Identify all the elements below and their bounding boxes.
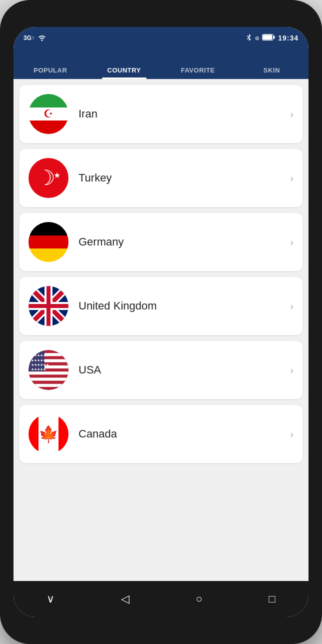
svg-rect-2 [274,36,275,39]
svg-rect-20 [28,378,68,380]
tab-active-indicator [102,78,146,79]
svg-text:★★★★★: ★★★★★ [31,358,46,362]
phone-frame: 3G↑ ⊙ [0,0,322,644]
status-right: ⊙ 19:34 [246,34,298,43]
svg-rect-1 [263,35,272,40]
tab-popular-label: POPULAR [34,66,67,74]
iran-flag: ☪ [28,94,68,134]
wifi-icon [38,34,46,42]
country-name-iran: Iran [78,108,290,120]
usa-flag: ★★★★★★ ★★★★★ ★★★★★★ ★★★★★ [28,350,68,390]
svg-text:★★★★★: ★★★★★ [31,368,46,371]
time-display: 19:34 [278,34,298,42]
status-bar: 3G↑ ⊙ [14,27,308,49]
chevron-right-icon: › [290,428,294,440]
tab-favorite[interactable]: FAVORITE [161,49,235,79]
country-name-canada: Canada [78,428,290,440]
uk-flag [28,286,68,326]
tab-skin-label: SKIN [264,66,280,74]
svg-text:★★★★★★: ★★★★★★ [31,354,49,357]
tab-favorite-label: FAVORITE [181,66,215,74]
nav-back[interactable]: ◁ [121,592,130,606]
nav-chevron-down[interactable]: ∨ [46,592,54,606]
canada-flag: 🍁 [28,414,68,454]
signal-circle-icon: ⊙ [255,36,259,41]
list-item[interactable]: ☽ ★ Turkey › [20,149,302,207]
country-list: ☪ Iran › ☽ ★ Turkey › [14,79,308,581]
svg-rect-19 [28,372,68,374]
chevron-right-icon: › [290,364,294,376]
list-item[interactable]: United Kingdom › [20,277,302,335]
signal-icon: 3G↑ [24,34,34,42]
country-name-uk: United Kingdom [78,300,290,312]
list-item[interactable]: ★★★★★★ ★★★★★ ★★★★★★ ★★★★★ USA › [20,341,302,399]
svg-rect-12 [28,304,68,308]
tab-skin[interactable]: SKIN [235,49,309,79]
germany-flag [28,222,68,262]
chevron-right-icon: › [290,172,294,184]
country-name-turkey: Turkey [78,172,290,184]
nav-home[interactable]: ○ [196,592,202,606]
country-name-usa: USA [78,364,290,376]
tab-bar: POPULAR COUNTRY FAVORITE SKIN [14,49,308,79]
svg-text:★★★★★★: ★★★★★★ [31,363,49,366]
chevron-right-icon: › [290,236,294,248]
nav-square[interactable]: □ [268,592,275,606]
svg-rect-21 [28,384,68,387]
country-name-germany: Germany [78,236,290,248]
list-item[interactable]: 🍁 Canada › [20,405,302,463]
camera-notch [156,4,166,14]
tab-country-label: COUNTRY [108,66,141,74]
tab-country[interactable]: COUNTRY [88,49,162,79]
status-left: 3G↑ [24,34,46,42]
turkey-flag: ☽ ★ [28,158,68,198]
list-item[interactable]: Germany › [20,213,302,271]
phone-screen: 3G↑ ⊙ [14,27,308,617]
bottom-nav: ∨ ◁ ○ □ [14,581,308,617]
bluetooth-icon [246,34,252,43]
chevron-right-icon: › [290,108,294,120]
tab-popular[interactable]: POPULAR [14,49,88,79]
battery-icon [262,34,275,42]
chevron-right-icon: › [290,300,294,312]
list-item[interactable]: ☪ Iran › [20,85,302,143]
